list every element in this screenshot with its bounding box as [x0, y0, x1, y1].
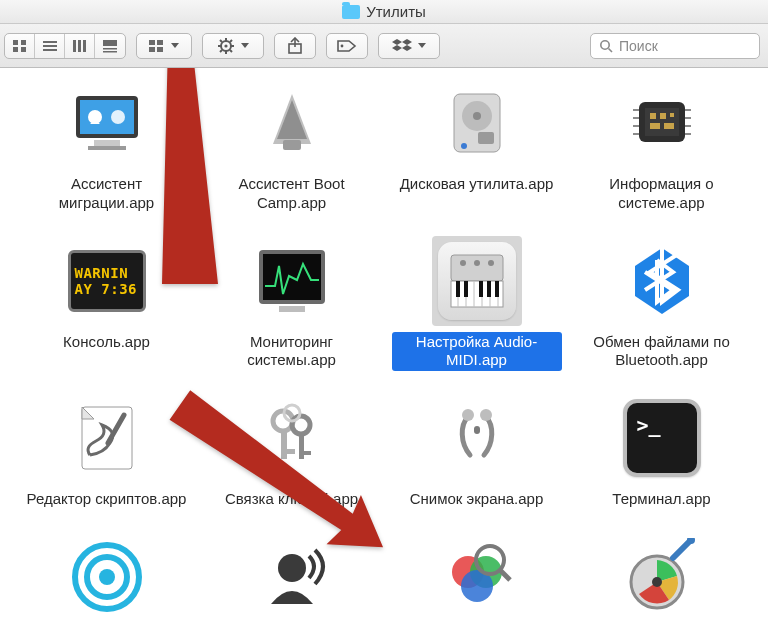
chevron-down-icon	[418, 43, 426, 48]
svg-rect-42	[283, 140, 301, 150]
search-input[interactable]: Поиск	[590, 33, 760, 59]
svg-rect-15	[149, 47, 155, 52]
svg-rect-91	[304, 451, 311, 455]
tag-icon	[337, 39, 357, 53]
console-icon: WARNIN AY 7:36	[68, 250, 146, 312]
svg-rect-53	[650, 123, 660, 129]
svg-rect-2	[13, 47, 18, 52]
svg-rect-66	[451, 255, 503, 281]
app-label: Ассистент Boot Camp.app	[207, 174, 377, 214]
titlebar-folder[interactable]: Утилиты	[342, 3, 426, 20]
folder-name: Утилиты	[366, 3, 426, 20]
colorsync-icon	[438, 538, 516, 616]
svg-rect-49	[645, 108, 679, 136]
svg-rect-38	[94, 140, 120, 146]
app-label: Настройка Audio-MIDI.app	[392, 332, 562, 372]
app-keychain[interactable]: Связка ключей.app	[199, 393, 384, 510]
svg-marker-32	[392, 45, 402, 51]
app-bluetooth-exchange[interactable]: Обмен файлами по Bluetooth.app	[569, 236, 754, 372]
svg-rect-51	[660, 113, 666, 119]
svg-line-23	[220, 40, 222, 42]
system-info-icon	[623, 84, 701, 162]
svg-rect-1	[21, 40, 26, 45]
app-label: Снимок экрана.app	[406, 489, 548, 510]
migration-assistant-icon	[68, 84, 146, 162]
keychain-icon	[253, 399, 331, 477]
app-grab[interactable]: Снимок экрана.app	[384, 393, 569, 510]
svg-rect-0	[13, 40, 18, 45]
app-terminal[interactable]: >_ Терминал.app	[569, 393, 754, 510]
view-mode-segment	[4, 33, 126, 59]
app-voiceover-utility[interactable]	[199, 532, 384, 618]
grab-icon	[438, 399, 516, 477]
app-label: Связка ключей.app	[221, 489, 362, 510]
svg-rect-9	[83, 40, 86, 52]
titlebar: Утилиты	[0, 0, 768, 24]
svg-rect-12	[103, 51, 117, 53]
folder-icon	[342, 5, 360, 19]
arrange-button[interactable]	[136, 33, 192, 59]
view-columns[interactable]	[65, 34, 95, 58]
svg-rect-78	[456, 281, 460, 297]
app-colorsync[interactable]	[384, 532, 569, 618]
boot-camp-icon	[253, 84, 331, 162]
app-script-editor[interactable]: Редактор скриптов.app	[14, 393, 199, 510]
view-icon-grid[interactable]	[5, 34, 35, 58]
app-console[interactable]: WARNIN AY 7:36 Консоль.app	[14, 236, 199, 372]
svg-point-18	[224, 44, 227, 47]
arrange-icon	[149, 39, 165, 53]
app-activity-monitor[interactable]: Мониторинг системы.app	[199, 236, 384, 372]
svg-point-47	[461, 143, 467, 149]
dropbox-button[interactable]	[378, 33, 440, 59]
svg-rect-7	[73, 40, 76, 52]
svg-rect-88	[287, 449, 295, 454]
view-coverflow[interactable]	[95, 34, 125, 58]
svg-point-93	[462, 409, 474, 421]
app-airport-utility[interactable]	[14, 532, 199, 618]
svg-point-34	[601, 40, 609, 48]
audio-midi-icon	[438, 242, 516, 320]
dropbox-icon	[392, 38, 412, 54]
terminal-prompt: >_	[637, 413, 661, 437]
svg-rect-65	[279, 306, 305, 312]
app-migration-assistant[interactable]: Ассистент миграции.app	[14, 78, 199, 214]
app-boot-camp[interactable]: Ассистент Boot Camp.app	[199, 78, 384, 214]
svg-point-106	[652, 577, 662, 587]
app-digital-color-meter[interactable]	[569, 532, 754, 618]
svg-line-104	[500, 570, 510, 580]
svg-line-25	[230, 40, 232, 42]
svg-marker-30	[392, 39, 402, 45]
app-disk-utility[interactable]: Дисковая утилита.app	[384, 78, 569, 214]
app-audio-midi[interactable]: Настройка Audio-MIDI.app	[384, 236, 569, 372]
share-button[interactable]	[274, 33, 316, 59]
svg-rect-82	[495, 281, 499, 297]
svg-rect-79	[464, 281, 468, 297]
svg-point-99	[278, 554, 306, 582]
svg-marker-33	[402, 45, 412, 51]
console-text-2: AY 7:36	[75, 281, 138, 297]
view-list[interactable]	[35, 34, 65, 58]
app-label: Дисковая утилита.app	[396, 174, 558, 195]
search-icon	[599, 39, 613, 53]
svg-rect-81	[487, 281, 491, 297]
svg-rect-11	[103, 48, 117, 50]
app-label: Информация о системе.app	[577, 174, 747, 214]
app-label: Редактор скриптов.app	[23, 489, 191, 510]
svg-rect-3	[21, 47, 26, 52]
svg-rect-90	[299, 433, 304, 459]
svg-point-94	[480, 409, 492, 421]
tags-button[interactable]	[326, 33, 368, 59]
icon-grid: Ассистент миграции.app Ассистент Boot Ca…	[0, 68, 768, 618]
svg-rect-87	[281, 429, 287, 459]
svg-line-24	[230, 50, 232, 52]
content-area: Ассистент миграции.app Ассистент Boot Ca…	[0, 68, 768, 618]
svg-point-45	[473, 112, 481, 120]
app-label: Обмен файлами по Bluetooth.app	[577, 332, 747, 372]
svg-line-35	[609, 48, 613, 52]
action-button[interactable]	[202, 33, 264, 59]
finder-window: Утилиты	[0, 0, 768, 618]
app-system-info[interactable]: Информация о системе.app	[569, 78, 754, 214]
svg-rect-8	[78, 40, 81, 52]
app-label: Мониторинг системы.app	[207, 332, 377, 372]
svg-rect-54	[664, 123, 674, 129]
